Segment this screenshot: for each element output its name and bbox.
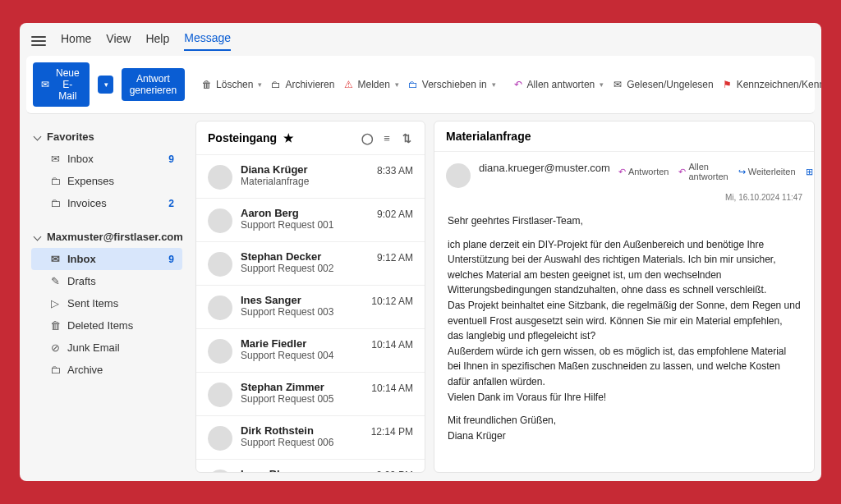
mailbox-junk-email[interactable]: ⊘Junk Email <box>31 337 182 359</box>
mail-date: Mi, 16.10.2024 11:47 <box>434 193 814 205</box>
avatar <box>208 252 232 277</box>
archive-icon: 🗀 <box>270 79 282 90</box>
account-header[interactable]: Maxmuster@firstlaser.com <box>31 226 182 248</box>
message-row[interactable]: Marie FiedlerSupport Request 00410:14 AM <box>196 328 425 372</box>
folder-icon: 🗑 <box>49 319 61 332</box>
folder-icon: ⊘ <box>49 341 61 354</box>
mail-icon: ✉ <box>41 79 49 90</box>
app-window: Home View Help Message ✉ Neue E-Mail ▾ A… <box>20 23 821 481</box>
flag-action[interactable]: ⚑ Kennzeichnen/Kennzeichnung aufheben▾ <box>722 79 821 90</box>
mailbox-deleted-items[interactable]: 🗑Deleted Items <box>31 314 182 337</box>
apps-button[interactable]: ⊞ <box>806 167 813 177</box>
folder-icon: ✎ <box>49 275 61 287</box>
menu-help[interactable]: Help <box>145 32 169 50</box>
menu-view[interactable]: View <box>106 32 131 50</box>
folder-icon: ▷ <box>49 297 61 309</box>
new-mail-label: Neue E-Mail <box>54 67 81 102</box>
mail-subject: Materialanfrage <box>446 130 802 143</box>
message-row[interactable]: Ines SangerSupport Request 00310:12 AM <box>196 285 425 328</box>
menu-message[interactable]: Message <box>184 31 231 51</box>
sender: Stephan Zimmer <box>241 381 363 393</box>
select-icon[interactable]: ◯ <box>361 132 374 144</box>
trash-icon: 🗑 <box>201 79 213 90</box>
subject: Support Request 004 <box>241 350 363 361</box>
reply-icon: ↶ <box>618 167 626 177</box>
read-unread-action[interactable]: ✉ Gelesen/Ungelesen <box>612 79 713 90</box>
mailbox-inbox[interactable]: ✉Inbox9 <box>31 248 182 270</box>
sender-avatar <box>446 163 471 188</box>
ribbon: ✉ Neue E-Mail ▾ Antwort generieren 🗑 Lös… <box>26 56 815 114</box>
sender: Dirk Rothstein <box>241 424 363 437</box>
envelope-open-icon: ✉ <box>612 79 623 90</box>
sender: Diana Krüger <box>241 163 369 176</box>
reply-all-button[interactable]: ↶Allen antworten <box>678 162 728 181</box>
forward-button[interactable]: ↪Weiterleiten <box>738 167 796 177</box>
mailbox-archive[interactable]: 🗀Archive <box>31 359 182 381</box>
time: 2:09 PM <box>376 470 413 472</box>
folder-icon: 🗀 <box>49 175 61 187</box>
message-row[interactable]: Aaron BergSupport Request 0019:02 AM <box>196 198 425 241</box>
subject: Support Request 001 <box>241 219 369 231</box>
subject: Support Request 003 <box>241 306 363 318</box>
folder-icon: ✉ <box>49 253 61 265</box>
reply-button[interactable]: ↶Antworten <box>618 167 669 177</box>
folder-move-icon: 🗀 <box>407 79 419 90</box>
subject: Support Request 006 <box>241 437 363 448</box>
favorite-expenses[interactable]: 🗀Expenses <box>31 170 182 192</box>
archive-action[interactable]: 🗀 Archivieren <box>270 79 334 90</box>
flag-icon: ⚑ <box>722 79 733 90</box>
time: 10:14 AM <box>371 339 413 351</box>
menu-home[interactable]: Home <box>61 32 91 50</box>
mail-body: Sehr geehrtes Firstlaser-Team, ich plane… <box>434 205 814 460</box>
new-mail-dropdown[interactable]: ▾ <box>98 76 113 94</box>
sender: Leon Blau <box>241 468 368 472</box>
new-mail-button[interactable]: ✉ Neue E-Mail <box>33 62 90 107</box>
sender-email: diana.krueger@muster.com <box>479 162 610 174</box>
subject: Support Request 005 <box>241 393 363 405</box>
reading-pane: Materialanfrage diana.krueger@muster.com… <box>434 121 815 473</box>
menubar: Home View Help Message <box>20 23 821 56</box>
reply-all-icon: ↶ <box>512 79 524 90</box>
move-action[interactable]: 🗀 Verschieben in▾ <box>407 79 496 90</box>
avatar <box>208 165 232 190</box>
reply-all-action[interactable]: ↶ Allen antworten▾ <box>512 79 604 90</box>
avatar <box>208 208 232 233</box>
message-row[interactable]: Stephan DeckerSupport Request 0029:12 AM <box>196 241 425 285</box>
sort-icon[interactable]: ⇅ <box>400 132 413 144</box>
favorites-header[interactable]: Favorites <box>31 126 182 148</box>
favorite-invoices[interactable]: 🗀Invoices2 <box>31 192 182 214</box>
avatar <box>208 470 232 472</box>
report-icon: ⚠ <box>342 79 354 90</box>
subject: Materialanfrage <box>241 176 369 187</box>
sender: Ines Sanger <box>241 294 363 306</box>
sender: Aaron Berg <box>241 207 369 219</box>
avatar <box>208 339 232 364</box>
reply-all-icon: ↶ <box>678 167 686 177</box>
time: 9:12 AM <box>377 252 413 263</box>
folder-icon: 🗀 <box>49 364 61 376</box>
hamburger-icon[interactable] <box>31 36 46 46</box>
forward-icon: ↪ <box>738 167 746 177</box>
folder-title: Posteingang <box>208 131 277 144</box>
avatar <box>208 383 232 407</box>
message-row[interactable]: Stephan ZimmerSupport Request 00510:14 A… <box>196 372 425 415</box>
message-row[interactable]: Dirk RothsteinSupport Request 00612:14 P… <box>196 415 425 459</box>
message-row[interactable]: Diana KrügerMaterialanfrage8:33 AM <box>196 154 425 198</box>
folder-icon: ✉ <box>49 153 61 165</box>
main-area: Favorites ✉Inbox9🗀Expenses🗀Invoices2 Max… <box>20 114 821 481</box>
star-icon[interactable]: ★ <box>283 131 294 144</box>
favorite-inbox[interactable]: ✉Inbox9 <box>31 148 182 170</box>
delete-action[interactable]: 🗑 Löschen▾ <box>201 79 262 90</box>
mailbox-drafts[interactable]: ✎Drafts <box>31 270 182 292</box>
filter-icon[interactable]: ≡ <box>380 132 393 144</box>
time: 9:02 AM <box>377 208 413 220</box>
mailbox-sent-items[interactable]: ▷Sent Items <box>31 292 182 314</box>
message-row[interactable]: Leon BlauSupport Request 0072:09 PM <box>196 459 425 472</box>
folder-icon: 🗀 <box>49 197 61 209</box>
time: 8:33 AM <box>377 165 413 176</box>
sidebar: Favorites ✉Inbox9🗀Expenses🗀Invoices2 Max… <box>26 121 187 473</box>
generate-reply-button[interactable]: Antwort generieren <box>122 68 185 101</box>
report-action[interactable]: ⚠ Melden▾ <box>342 79 398 90</box>
message-list: Posteingang ★ ◯ ≡ ⇅ Diana KrügerMaterial… <box>195 121 425 473</box>
time: 10:12 AM <box>371 296 413 307</box>
